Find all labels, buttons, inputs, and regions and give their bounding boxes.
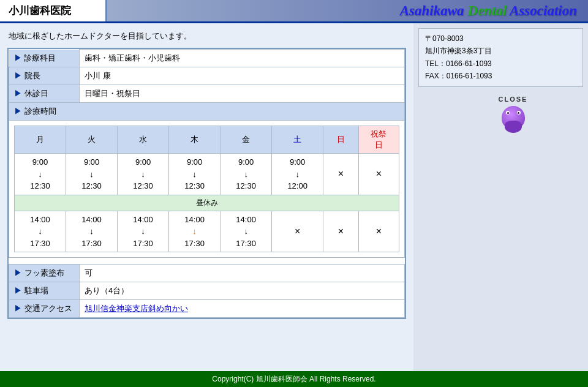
value-access[interactable]: 旭川信金神楽支店斜め向かい (80, 300, 405, 318)
close-button[interactable] (500, 104, 527, 131)
tagline: 地域に根ざしたホームドクターを目指しています。 (9, 31, 405, 42)
label-kyushin: ▶ 休診日 (9, 85, 80, 103)
footer: Copyright(C) 旭川歯科医師会 All Rights Reserved… (0, 371, 588, 387)
value-kyushin: 日曜日・祝祭日 (80, 85, 405, 103)
schedule-table: 月 火 水 木 金 土 日 祝祭日 (14, 126, 399, 252)
value-fluoride: 可 (80, 265, 405, 282)
label-incho: ▶ 院長 (9, 67, 80, 85)
label-access: ▶ 交通アクセス (9, 300, 80, 318)
logo-text: Asahikawa Dental Association (400, 3, 577, 19)
label-parking: ▶ 駐車場 (9, 282, 80, 300)
label-jikan: ▶ 診療時間 (9, 103, 405, 121)
value-parking: あり（4台） (80, 282, 405, 300)
label-shinryo: ▶ 診療科目 (9, 50, 80, 67)
close-area: CLOSE (431, 96, 588, 131)
clinic-name: 小川歯科医院 (0, 0, 107, 21)
address-block: 〒070-8003 旭川市神楽3条3丁目 TEL：0166-61-1093 FA… (418, 28, 583, 87)
value-shinryo: 歯科・矯正歯科・小児歯科 (80, 50, 405, 67)
close-label: CLOSE (499, 96, 528, 103)
value-incho: 小川 康 (80, 67, 405, 85)
label-fluoride: ▶ フッ素塗布 (9, 265, 80, 282)
